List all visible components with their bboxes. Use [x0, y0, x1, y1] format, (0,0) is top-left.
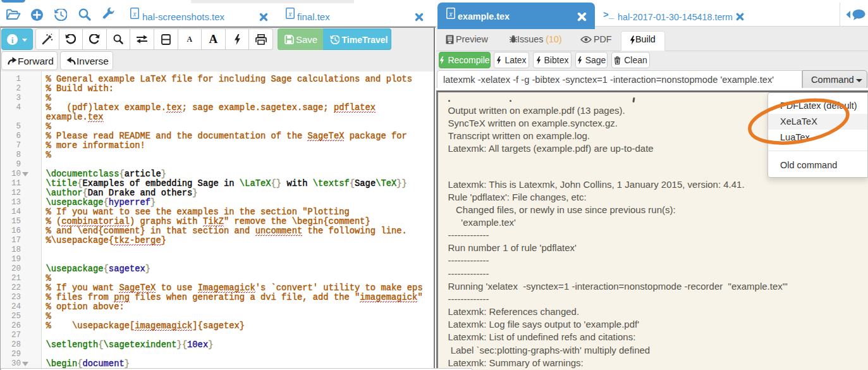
svg-text:x̅: x̅	[288, 11, 293, 18]
svg-text:x̅: x̅	[133, 11, 137, 18]
svg-text:x̅: x̅	[449, 11, 453, 18]
svg-text:i: i	[11, 35, 14, 45]
